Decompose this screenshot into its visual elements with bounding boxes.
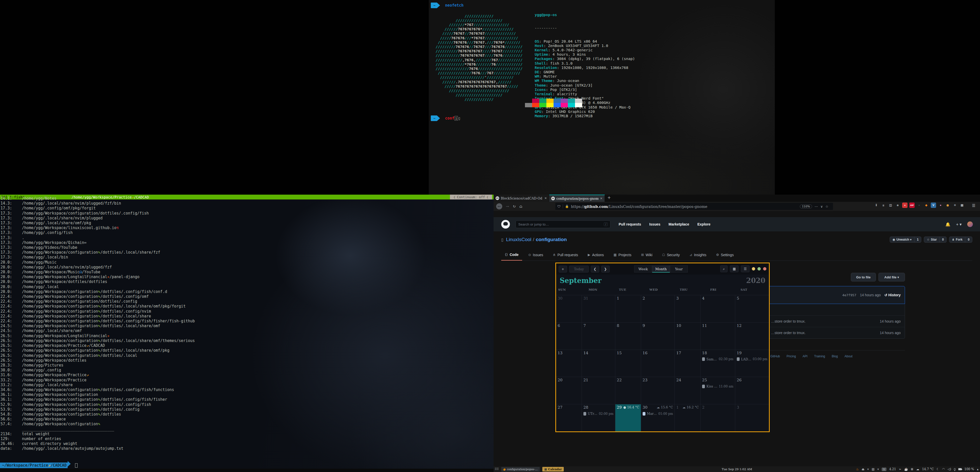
menu-hamburger-icon[interactable]: ☰ <box>972 203 975 208</box>
day-cell[interactable]: 30 <box>556 295 582 322</box>
view-month[interactable]: Month <box>652 265 670 273</box>
footer-link[interactable]: Pricing <box>787 354 796 358</box>
library-icon[interactable]: ||| <box>881 203 886 208</box>
day-cell[interactable]: 18 Sam…02:30 pm <box>700 350 735 377</box>
history-button[interactable]: ↺ History <box>884 293 900 297</box>
mic-icon[interactable] <box>954 468 956 470</box>
globe-icon[interactable]: ◉ <box>945 203 950 208</box>
workspace-badge[interactable]: 1 <box>882 468 886 471</box>
vimium-icon[interactable]: V <box>931 203 936 208</box>
repo-tab-wiki[interactable]: ⊞Wiki <box>638 249 656 260</box>
adblock-plus-icon[interactable]: ABP <box>909 203 915 208</box>
menu-icon[interactable]: ☰ <box>741 265 749 272</box>
cat-icon[interactable]: ● <box>916 203 922 208</box>
window-dot-icon[interactable] <box>752 267 755 271</box>
page-actions-icon[interactable]: ⋯ <box>815 204 818 209</box>
cloud-icon[interactable]: ☁ <box>916 467 919 471</box>
repo-tab-pull-requests[interactable]: ⋔Pull requests <box>549 249 582 260</box>
calendar-event[interactable]: Mar…01:00 pm <box>643 412 673 416</box>
day-cell[interactable]: 2 <box>700 404 735 431</box>
search-icon[interactable]: ⌕ <box>720 265 728 272</box>
reload-button[interactable]: ↻ <box>513 204 516 209</box>
window-dot-icon[interactable] <box>763 267 767 271</box>
url-text[interactable]: https://github.com/LinuxIsCool/configura… <box>571 204 800 209</box>
close-tab-icon[interactable]: ✕ <box>600 197 603 200</box>
tracking-protection-icon[interactable]: 🛡 <box>557 204 561 209</box>
close-tab-icon[interactable]: ✕ <box>544 196 547 200</box>
day-cell[interactable]: 20 <box>556 377 582 404</box>
commit-sha[interactable]: 4e7f957 <box>842 293 856 297</box>
window-button-calendar[interactable]: ▦Calendar <box>542 467 564 472</box>
load-value[interactable]: 4.21 <box>889 467 896 471</box>
repo-tab-actions[interactable]: ▶Actions <box>584 249 608 260</box>
forward-button[interactable]: → <box>506 204 509 209</box>
day-cell[interactable]: 7 <box>582 322 615 350</box>
today-button[interactable]: Today <box>569 266 589 273</box>
unwatch-button[interactable]: ◉Unwatch ▾ 1 <box>890 236 921 242</box>
footer-link[interactable]: About <box>845 354 853 358</box>
day-cell[interactable]: 11 <box>700 322 735 350</box>
browser-tab[interactable]: Ω configuration/popos-gnom ✕ <box>549 195 605 202</box>
day-cell[interactable]: 30☁ 15.6 °C Mar…01:00 pm <box>641 404 675 431</box>
day-cell[interactable]: 4 <box>700 295 735 322</box>
window-control-dots[interactable] <box>752 267 767 271</box>
repo-tab-insights[interactable]: ⊿Insights <box>686 249 710 260</box>
flame-icon[interactable]: ♨ <box>856 467 859 471</box>
caret-up-icon[interactable]: ▴ <box>977 467 978 471</box>
lock-icon[interactable]: 🔒 <box>565 204 569 208</box>
download-icon[interactable]: ↧ <box>873 203 879 208</box>
calendar-event[interactable]: Kiss …11:00 am <box>702 384 733 388</box>
day-cell[interactable]: 14 <box>582 350 615 377</box>
calendar-event[interactable]: LAD…03:00 pm <box>737 357 767 361</box>
coffee-icon[interactable]: ☕ <box>904 467 908 471</box>
repo-tab-settings[interactable]: ⚙Settings <box>713 249 737 260</box>
repo-breadcrumb[interactable]: LinuxIsCool/configuration <box>506 237 567 242</box>
eject-icon[interactable]: ⏏ <box>862 467 864 471</box>
day-cell[interactable]: 13 <box>556 350 582 377</box>
day-cell[interactable]: 12 <box>735 322 769 350</box>
axolotl-icon[interactable]: ● <box>938 203 943 208</box>
next-month-button[interactable]: ❯ <box>601 266 610 273</box>
gnome-calendar-window[interactable]: + Today ❮ ❯ WeekMonthYear ⌕ ▦ ☰ Septembe… <box>555 263 770 432</box>
repo-tab-projects[interactable]: ▦Projects <box>610 249 635 260</box>
github-nav-marketplace[interactable]: Marketplace <box>669 222 689 226</box>
github-search-input[interactable]: Search or jump to… / <box>515 220 611 228</box>
show-applications-icon[interactable]: ⠿⠿ <box>495 467 499 471</box>
user-avatar[interactable] <box>967 222 973 227</box>
day-cell[interactable]: 24 <box>675 377 700 404</box>
create-new-button[interactable]: + ▾ <box>956 222 962 227</box>
repo-tab-code[interactable]: ⟨⟩Code <box>501 249 522 260</box>
day-cell[interactable]: 1☁ 16.2 °C <box>675 404 700 431</box>
battery-value[interactable]: 100 % <box>964 467 974 471</box>
windows-icon[interactable]: ⊞ <box>911 467 913 471</box>
day-cell[interactable]: 17 <box>675 350 700 377</box>
send-icon[interactable]: ➢ <box>899 467 901 471</box>
day-cell[interactable]: 25 Kiss …11:00 am <box>700 377 735 404</box>
day-cell[interactable]: 2 <box>641 295 675 322</box>
clipboard-caret-icon[interactable]: ▾ <box>877 467 879 471</box>
notifications-bell-icon[interactable]: 🔔 <box>945 222 950 227</box>
calendar-event[interactable]: Sam…02:30 pm <box>702 357 733 361</box>
footer-link[interactable]: Blog <box>832 354 838 358</box>
add-event-button[interactable]: + <box>558 266 567 273</box>
nightlight-icon[interactable]: ☾ <box>937 467 939 471</box>
day-cell[interactable]: 16 <box>641 350 675 377</box>
day-cell[interactable]: 15 <box>615 350 641 377</box>
day-cell[interactable]: 6 <box>556 322 582 350</box>
file-row[interactable]: …store order to tmux.14 hours ago <box>749 316 905 327</box>
footer-link[interactable]: Training <box>814 354 825 358</box>
day-cell[interactable]: 21 <box>582 377 615 404</box>
mask-icon[interactable]: ☻ <box>895 203 900 208</box>
day-cell[interactable]: 3 <box>675 295 700 322</box>
eject-caret-icon[interactable]: ▾ <box>867 467 869 471</box>
day-cell[interactable]: 28 UTr…02:00 pm <box>582 404 615 431</box>
github-nav-pull-requests[interactable]: Pull requests <box>619 222 641 226</box>
new-tab-button[interactable]: + <box>605 195 613 202</box>
metamask-icon[interactable]: ◆ <box>924 203 929 208</box>
octopus-icon[interactable]: ✳ <box>952 203 958 208</box>
view-week[interactable]: Week <box>634 265 652 273</box>
home-button[interactable]: ⌂ <box>519 204 522 209</box>
day-cell[interactable]: 1 <box>615 295 641 322</box>
github-nav-issues[interactable]: Issues <box>649 222 660 226</box>
temperature-value[interactable]: 14.7 °C <box>922 467 934 471</box>
